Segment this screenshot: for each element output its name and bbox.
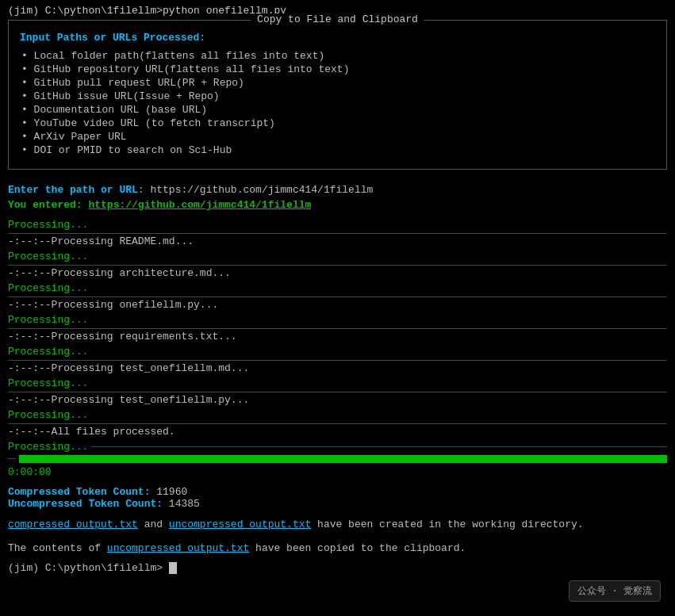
final-line-2-post: have been copied to the clipboard. — [255, 542, 466, 554]
terminal: (jim) C:\python\1filellm>python onefilel… — [0, 0, 675, 582]
output-block: Processing... -:--:--Processing README.m… — [0, 217, 675, 480]
wechat-badge: 公众号 · 觉察流 — [569, 580, 661, 602]
file-line-4: -:--:--Processing requirements.txt... — [8, 329, 667, 345]
timestamp: 0:00:00 — [8, 465, 667, 480]
processing-6: Processing... — [8, 376, 667, 392]
wechat-label: 公众号 · 觉察流 — [577, 586, 652, 597]
progress-processing-label: Processing... — [8, 439, 88, 455]
prompt-value: https://github.com/jimmc414/1filellm — [150, 184, 373, 196]
list-item: Local folder path(flattens all files int… — [20, 50, 655, 62]
list-item: ArXiv Paper URL — [20, 131, 655, 143]
you-entered-link: https://github.com/jimmc414/1filellm — [88, 199, 311, 211]
progress-line: Processing... — [8, 439, 667, 455]
last-prompt: (jim) C:\python\1filellm> — [0, 559, 675, 582]
final-line-2-pre: The contents of — [8, 542, 107, 554]
list-item: GitHub repository URL(flattens all files… — [20, 63, 655, 75]
uncompressed-label: Uncompressed Token Count: — [8, 498, 163, 510]
all-files-processed: -:--:--All files processed. — [8, 424, 667, 440]
file-line-1: -:--:--Processing README.md... — [8, 234, 667, 250]
bullet-list: Local folder path(flattens all files int… — [20, 50, 655, 156]
uncompressed-output-link-2: uncompressed_output.txt — [107, 542, 249, 554]
file-line-5: -:--:--Processing test_onefilellm.md... — [8, 361, 667, 377]
prompt-line: Enter the path or URL: https://github.co… — [0, 178, 675, 197]
processing-2: Processing... — [8, 249, 667, 265]
processing-7: Processing... — [8, 407, 667, 423]
cursor — [169, 562, 177, 574]
compressed-stat: Compressed Token Count: 11960 — [8, 486, 667, 498]
you-entered-label: You entered: — [8, 199, 82, 211]
processing-4: Processing... — [8, 312, 667, 328]
compressed-output-link: compressed_output.txt — [8, 518, 138, 530]
progress-bar — [19, 455, 667, 463]
uncompressed-output-link-1: uncompressed_output.txt — [169, 518, 311, 530]
file-line-3: -:--:--Processing onefilellm.py... — [8, 297, 667, 313]
list-item: DOI or PMID to search on Sci-Hub — [20, 144, 655, 156]
prompt-label: Enter the path or URL: — [8, 184, 144, 196]
list-item: YouTube video URL (to fetch transcript) — [20, 117, 655, 129]
processing-5: Processing... — [8, 344, 667, 360]
uncompressed-value-num: 14385 — [169, 498, 200, 510]
compressed-value-num: 11960 — [156, 486, 187, 498]
file-line-6: -:--:--Processing test_onefilellm.py... — [8, 392, 667, 408]
processing-1: Processing... — [8, 217, 667, 233]
final-line-1: compressed_output.txt and uncompressed_o… — [0, 511, 675, 535]
you-entered-line: You entered: https://github.com/jimmc414… — [0, 197, 675, 217]
list-item: GitHub issue URL(Issue + Repo) — [20, 90, 655, 102]
processing-3: Processing... — [8, 281, 667, 297]
stats-block: Compressed Token Count: 11960 Uncompress… — [0, 480, 675, 511]
file-line-2: -:--:--Processing architecture.md... — [8, 266, 667, 281]
box-title: Copy to File and Clipboard — [251, 13, 424, 25]
final-line-1-post: have been created in the working directo… — [317, 518, 583, 530]
progress-bar-fill — [19, 455, 667, 463]
list-item: GitHub pull request URL(PR + Repo) — [20, 77, 655, 89]
list-item: Documentation URL (base URL) — [20, 104, 655, 116]
uncompressed-stat: Uncompressed Token Count: 14385 — [8, 498, 667, 510]
section-header: Input Paths or URLs Processed: — [20, 32, 655, 44]
compressed-label: Compressed Token Count: — [8, 486, 150, 498]
progress-bar-row — [8, 455, 667, 465]
final-line-2: The contents of uncompressed_output.txt … — [0, 535, 675, 559]
last-prompt-text: (jim) C:\python\1filellm> — [8, 562, 163, 574]
info-box: Copy to File and Clipboard Input Paths o… — [8, 20, 667, 170]
